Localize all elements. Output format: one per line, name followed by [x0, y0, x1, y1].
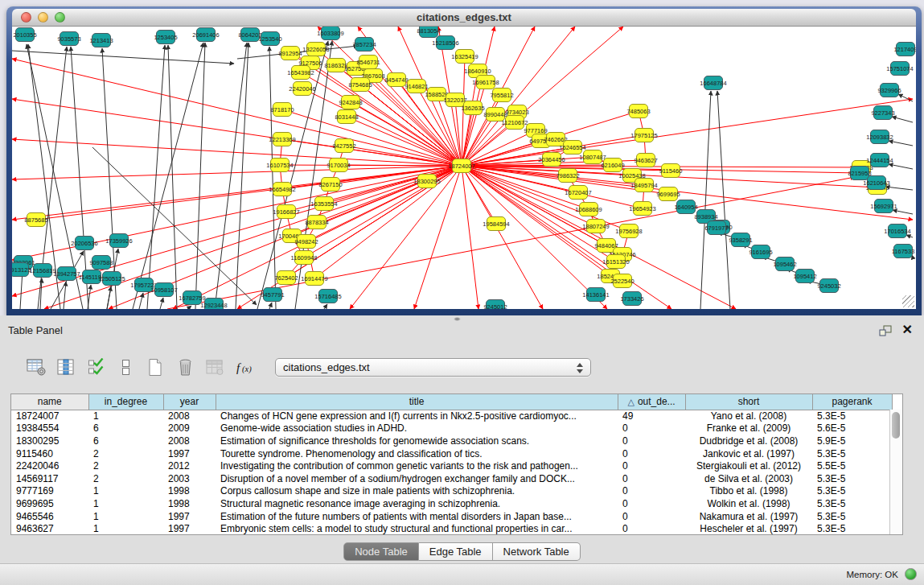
network-graph: 1872400789129541322605891275061654398281…: [12, 27, 916, 309]
table-cell: Stergiakouli et al. (2012): [685, 459, 812, 472]
tab-node-table[interactable]: Node Table: [343, 542, 419, 561]
graph-node-label: 1167533: [892, 248, 915, 255]
graph-edge: [147, 45, 165, 309]
graph-edge: [885, 187, 913, 190]
table-row[interactable]: 911546021997Tourette syndrome. Phenomeno…: [11, 447, 892, 460]
graph-node-label: 8031448: [335, 113, 358, 121]
graph-node-label: 9035573: [57, 35, 80, 43]
table-cell: 0: [618, 485, 685, 498]
zoom-button[interactable]: [55, 12, 65, 23]
function-builder-button[interactable]: f(x): [234, 356, 255, 377]
panel-header: Table Panel ✕: [0, 320, 924, 341]
table-row[interactable]: 946362711997Embryonic stem cells: a mode…: [11, 522, 892, 535]
graph-node-label: 19166827: [273, 208, 299, 216]
column-header-name[interactable]: name: [11, 394, 88, 410]
graph-node-label: 14136141: [582, 291, 609, 299]
desktop: citations_edges.txt 18724007891295413226…: [0, 0, 924, 585]
table-row[interactable]: 946554611997Estimation of the future num…: [11, 510, 892, 523]
column-header-in_degree[interactable]: in_degree: [88, 394, 163, 410]
graph-edge: [462, 166, 478, 309]
new-table-button[interactable]: [145, 356, 166, 377]
table-cell: 5.3E-5: [812, 472, 892, 485]
graph-node-label: 19756928: [615, 228, 642, 235]
column-header-out_de[interactable]: △out_de...: [618, 394, 685, 410]
graph-edge: [889, 164, 913, 169]
graph-node-label: 12213369: [269, 136, 295, 143]
graph-node-label: 16654982: [269, 186, 295, 193]
graph-node-label: 9146821: [405, 83, 428, 90]
graph-edge: [88, 285, 91, 309]
table-cell: 5.3E-5: [812, 522, 892, 535]
table-tabs: Node TableEdge TableNetwork Table: [0, 542, 924, 561]
graph-node-label: 9227343: [871, 109, 894, 117]
window-resize-grip[interactable]: [902, 295, 914, 307]
merge-rows-button[interactable]: [115, 356, 136, 377]
memory-status-icon[interactable]: [905, 568, 917, 580]
import-table-button[interactable]: [204, 356, 225, 377]
graph-edge: [269, 47, 276, 309]
minimize-button[interactable]: [38, 12, 48, 23]
graph-node-label: 9170034: [326, 162, 350, 169]
table-settings-button[interactable]: [26, 356, 47, 377]
table-header-row: namein_degreeyeartitle△out_de...shortpag…: [11, 394, 892, 410]
graph-node-label: 15716485: [314, 293, 341, 300]
graph-node-label: 7857234: [352, 41, 376, 48]
network-table-select[interactable]: citations_edges.txt: [275, 358, 591, 377]
network-table-select-value: citations_edges.txt: [283, 361, 370, 373]
graph-node-label: 9245032: [817, 282, 840, 290]
sort-ascending-icon: △: [627, 397, 634, 406]
graph-edge: [139, 293, 143, 309]
graph-node-label: 1322037: [443, 97, 466, 104]
table-row[interactable]: 969969511998Structural magnetic resonanc…: [11, 497, 892, 510]
graph-edge: [160, 298, 163, 309]
table-cell: 1: [88, 497, 163, 510]
graph-node-label: 9457791: [261, 291, 284, 299]
close-button[interactable]: [21, 12, 31, 23]
table-scrollbar[interactable]: [889, 410, 902, 534]
table-cell: 9463627: [11, 522, 88, 535]
table-row[interactable]: 2242004622012Investigating the contribut…: [11, 459, 892, 472]
table-row[interactable]: 1872400712008Changes of HCN gene express…: [11, 410, 892, 422]
graph-edge: [195, 43, 205, 309]
table-cell: 18724007: [11, 410, 88, 422]
table-cell: 19384554: [11, 422, 88, 435]
tab-edge-table[interactable]: Edge Table: [419, 542, 493, 561]
table-cell: 5.3E-5: [812, 497, 892, 510]
table-panel: Table Panel ✕ f(x)citations_edges.txt na…: [0, 315, 924, 585]
table-scrollbar-thumb[interactable]: [892, 412, 900, 439]
table-cell: 1: [88, 510, 163, 523]
table-cell: 5.3E-5: [812, 410, 892, 422]
graph-node-label: 8427552: [332, 142, 355, 150]
delete-table-button[interactable]: [175, 356, 195, 377]
table-cell: 1998: [163, 485, 216, 498]
table-row[interactable]: 977716911998Corpus callosum shape and si…: [11, 485, 892, 498]
table-row[interactable]: 1456911722003Disruption of a novel membe…: [11, 472, 892, 485]
merge-rows-icon: [121, 358, 131, 377]
table-cell: de Silva et al. (2003): [685, 472, 812, 485]
column-edit-button[interactable]: [55, 356, 76, 377]
graph-node-label: 8267150: [318, 181, 342, 188]
graph-node-label: 8215953: [848, 170, 871, 177]
column-header-short[interactable]: short: [685, 394, 812, 410]
column-header-title[interactable]: title: [216, 394, 618, 410]
graph-node-label: 18300295: [413, 178, 440, 185]
select-rows-button[interactable]: [85, 356, 106, 377]
table-row[interactable]: 1830029562008Estimation of significance …: [11, 435, 892, 447]
graph-node-label: 18495794: [630, 182, 657, 189]
tab-network-table[interactable]: Network Table: [493, 542, 581, 561]
graph-node-label: 16914479: [301, 275, 327, 282]
float-panel-button[interactable]: [879, 325, 892, 336]
table-row[interactable]: 1938455462009Genome-wide association stu…: [11, 422, 892, 435]
column-edit-icon: [57, 358, 75, 377]
column-header-pagerank[interactable]: pagerank: [812, 394, 892, 410]
window-title: citations_edges.txt: [12, 9, 916, 26]
graph-node-label: 16782759: [179, 295, 205, 302]
window-titlebar[interactable]: citations_edges.txt: [12, 9, 916, 27]
graph-node-label: 18807249: [582, 223, 609, 230]
column-header-year[interactable]: year: [163, 394, 216, 410]
graph-node-label: 7955812: [490, 92, 513, 99]
network-canvas[interactable]: 1872400789129541322605891275061654398281…: [12, 27, 916, 309]
table-cell: 5.5E-5: [812, 459, 892, 472]
table-cell: 18300295: [11, 435, 88, 447]
close-panel-button[interactable]: ✕: [902, 322, 913, 337]
